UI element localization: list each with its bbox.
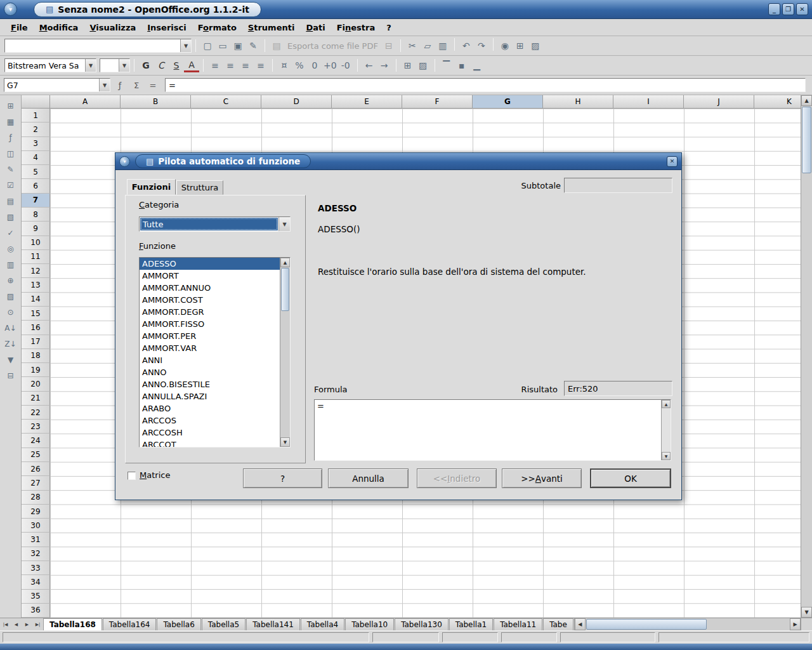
dialog-close-button[interactable]: ✕	[667, 156, 678, 167]
horizontal-scrollbar[interactable]: ◀ ▶	[574, 618, 801, 630]
zoom-icon[interactable]: ⊙	[3, 305, 19, 319]
array-checkbox[interactable]	[128, 472, 136, 480]
row-header-24[interactable]: 24	[22, 434, 50, 448]
window-menu-button[interactable]: ▾	[4, 3, 17, 16]
vertical-scrollbar-track[interactable]	[801, 174, 812, 607]
menu-modifica[interactable]: Modifica	[34, 20, 84, 35]
row-header-7[interactable]: 7	[22, 194, 50, 208]
menu-strumenti[interactable]: Strumenti	[242, 20, 301, 35]
sheet-tab-tabella1[interactable]: Tabella1	[449, 618, 493, 630]
insert-fields-icon[interactable]: ƒ	[3, 130, 19, 145]
column-header-G[interactable]: G	[473, 95, 543, 109]
function-list-item[interactable]: ARABO	[140, 402, 280, 415]
vertical-scrollbar[interactable]: ▲ ▼	[801, 95, 812, 618]
sheet-tab-tabella164[interactable]: Tabella164	[103, 618, 157, 630]
row-header-12[interactable]: 12	[22, 264, 50, 278]
number-format-percent-button[interactable]: %	[292, 58, 307, 73]
close-button[interactable]: ✕	[796, 3, 808, 15]
function-list-item[interactable]: ARCCOSH	[140, 427, 280, 439]
function-list-item[interactable]: AMMORT.DEGR	[140, 306, 280, 318]
menu-inserisci[interactable]: Inserisci	[141, 20, 192, 35]
previous-sheet-button[interactable]: ◀	[11, 618, 22, 630]
vertical-scrollbar-thumb[interactable]	[802, 107, 811, 173]
function-list-item[interactable]: ARCCOT	[140, 439, 280, 447]
open-document-icon[interactable]: ▭	[215, 38, 230, 53]
column-header-E[interactable]: E	[332, 95, 402, 109]
scroll-left-icon[interactable]: ◀	[575, 618, 586, 630]
row-header-30[interactable]: 30	[22, 519, 50, 533]
edit-file-icon[interactable]: ✎	[246, 38, 261, 53]
horizontal-scrollbar-track[interactable]	[707, 618, 790, 630]
group-icon[interactable]: ⊟	[3, 368, 19, 383]
row-header-9[interactable]: 9	[22, 222, 50, 235]
row-header-33[interactable]: 33	[22, 561, 50, 575]
scroll-right-icon[interactable]: ▶	[790, 618, 801, 630]
insert-chart-icon[interactable]: ▧	[3, 209, 19, 224]
function-list-item[interactable]: AMMORT.COST	[140, 294, 280, 306]
column-header-I[interactable]: I	[613, 95, 684, 109]
dropdown-arrow-icon[interactable]: ▼	[99, 79, 110, 91]
sheet-tab-tabella6[interactable]: Tabella6	[157, 618, 200, 630]
insert-cells-icon[interactable]: ▦	[3, 114, 19, 129]
dialog-shade-button[interactable]: ▾	[119, 156, 130, 167]
insert-icon[interactable]: ⊞	[3, 98, 19, 113]
navigator-icon[interactable]: ⊕	[3, 273, 19, 288]
menu-file[interactable]: File	[5, 20, 34, 35]
number-format-standard-button[interactable]: 0	[307, 58, 322, 73]
menu-finestra[interactable]: Finestra	[331, 20, 381, 35]
column-header-C[interactable]: C	[191, 95, 261, 109]
sheet-tab-tabella130[interactable]: Tabella130	[395, 618, 449, 630]
minimize-button[interactable]: _	[768, 3, 780, 15]
function-list-item[interactable]: ARCCOS	[140, 415, 280, 427]
column-header-J[interactable]: J	[684, 95, 754, 109]
undo-icon[interactable]: ↶	[459, 38, 474, 53]
background-color-button[interactable]: ▨	[416, 58, 431, 73]
listbox-scrollbar-thumb[interactable]	[281, 268, 289, 311]
italic-button[interactable]: C	[154, 58, 169, 73]
menu-help[interactable]: ?	[381, 20, 397, 35]
spellcheck-icon[interactable]: ✓	[3, 225, 19, 240]
maximize-button[interactable]: ❐	[782, 3, 794, 15]
url-combobox[interactable]: ▼	[4, 39, 192, 53]
row-header-16[interactable]: 16	[22, 321, 50, 335]
sheet-tab-tabella4[interactable]: Tabella4	[301, 618, 344, 630]
sum-icon[interactable]: Σ	[129, 78, 143, 92]
function-list-item[interactable]: AMMORT.ANNUO	[140, 282, 280, 294]
align-vcenter-button[interactable]: ▪	[454, 58, 469, 73]
column-header-B[interactable]: B	[121, 95, 191, 109]
function-list-item[interactable]: ADESSO	[140, 258, 280, 270]
formula-scrollbar-track[interactable]	[662, 408, 671, 452]
delete-decimal-button[interactable]: -0	[338, 58, 353, 73]
sort-descending-icon[interactable]: Z↓	[3, 336, 19, 351]
column-header-F[interactable]: F	[402, 95, 473, 109]
listbox-scrollbar[interactable]: ▲ ▼	[280, 258, 290, 447]
formula-input[interactable]	[165, 78, 806, 92]
decrease-indent-button[interactable]: ←	[362, 58, 377, 73]
column-header-K[interactable]: K	[754, 95, 801, 109]
sheet-tab-tabella168[interactable]: Tabella168	[43, 618, 102, 630]
menu-formato[interactable]: Formato	[192, 20, 242, 35]
row-header-1[interactable]: 1	[22, 109, 50, 123]
gallery-icon[interactable]: ▨	[528, 38, 543, 53]
font-size-combobox[interactable]: ▼	[100, 58, 130, 72]
copy-icon[interactable]: ▱	[420, 38, 435, 53]
row-header-14[interactable]: 14	[22, 293, 50, 307]
menu-dati[interactable]: Dati	[300, 20, 331, 35]
row-header-6[interactable]: 6	[22, 179, 50, 193]
align-right-button[interactable]: ≡	[238, 58, 253, 73]
row-header-3[interactable]: 3	[22, 137, 50, 151]
row-header-25[interactable]: 25	[22, 448, 50, 462]
cancel-button[interactable]: Annulla	[328, 468, 409, 488]
gallery-icon[interactable]: ▨	[3, 289, 19, 303]
dropdown-arrow-icon[interactable]: ▼	[119, 59, 129, 72]
horizontal-scrollbar-thumb[interactable]	[586, 619, 707, 630]
autofilter-icon[interactable]: ▼	[3, 352, 19, 367]
menu-visualizza[interactable]: Visualizza	[84, 20, 141, 35]
scroll-down-icon[interactable]: ▼	[662, 452, 671, 460]
row-header-31[interactable]: 31	[22, 533, 50, 547]
last-sheet-button[interactable]: ▶|	[32, 618, 43, 630]
row-header-36[interactable]: 36	[22, 604, 50, 618]
formula-scrollbar[interactable]: ▲ ▼	[661, 400, 671, 460]
sort-ascending-icon[interactable]: A↓	[3, 321, 19, 335]
function-list-item[interactable]: ANNO	[140, 366, 280, 378]
